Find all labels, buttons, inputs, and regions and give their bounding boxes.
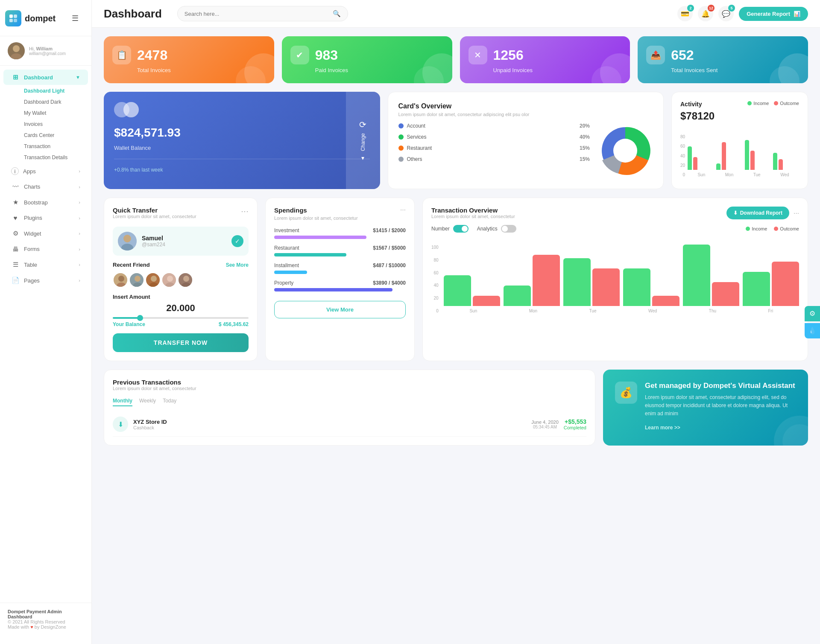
to-menu-icon[interactable]: ⋯ (794, 210, 799, 216)
tab-weekly[interactable]: Weekly (139, 398, 156, 406)
change-button[interactable]: ⟳ Change ▾ (346, 92, 380, 189)
sp-item-investment: Investment $1415 / $2000 (274, 227, 406, 239)
logo-icon (5, 10, 21, 26)
qt-header-left: Quick Transfer Lorem ipsum dolor sit ame… (113, 207, 196, 225)
sidebar-item-charts[interactable]: 〰 Charts › (3, 179, 88, 194)
activity-card: Activity Income Outcome $78120 (671, 92, 808, 189)
tx-name: XYZ Store ID (133, 419, 526, 425)
quick-transfer-card: Quick Transfer Lorem ipsum dolor sit ame… (104, 198, 258, 361)
submenu-item-transaction-details[interactable]: Transaction Details (20, 152, 91, 163)
sidebar-item-apps[interactable]: i Apps › (3, 163, 88, 179)
user-profile: Hi, William william@gmail.com (0, 36, 91, 66)
sidebar-item-plugins[interactable]: ♥ Plugins › (3, 210, 88, 225)
balance-label: Your Balance (113, 321, 145, 327)
total-invoices-icon: 📋 (112, 46, 131, 64)
dashboard-submenu: Dashboard Light Dashboard Dark My Wallet… (0, 85, 91, 163)
outcome-bar-wed (779, 159, 783, 170)
to-outcome-fri (772, 262, 799, 306)
chat-button[interactable]: 💬 5 (718, 6, 734, 21)
chat-badge: 5 (728, 5, 735, 12)
bell-button[interactable]: 🔔 12 (698, 6, 713, 21)
sidebar-item-forms-label: Forms (24, 246, 40, 252)
to-header: Transaction Overview Lorem ipsum dolor s… (431, 207, 799, 223)
sidebar-item-bootstrap[interactable]: ★ Bootstrap › (3, 195, 88, 210)
legend-dot-services (398, 134, 404, 140)
outcome-bar-sun (693, 157, 697, 170)
user-email: william@gmail.com (29, 51, 66, 56)
va-learn-more-link[interactable]: Learn more >> (645, 425, 680, 431)
wallet-button[interactable]: 💳 2 (677, 6, 693, 21)
transfer-now-button[interactable]: TRANSFER NOW (113, 333, 249, 352)
water-drop-button[interactable]: 💧 (805, 323, 820, 338)
download-icon: ⬇ (733, 210, 738, 216)
avatar (8, 42, 25, 59)
sidebar-item-pages[interactable]: 📄 Pages › (3, 273, 88, 288)
hamburger-icon[interactable]: ☰ (64, 6, 86, 31)
sp-item-installment-name: Installment (274, 262, 299, 268)
transaction-overview-card: Transaction Overview Lorem ipsum dolor s… (422, 198, 808, 361)
friend-avatar-1[interactable] (113, 272, 128, 288)
outcome-bar-mon (722, 142, 726, 170)
tab-today[interactable]: Today (163, 398, 176, 406)
legend-dot-account (398, 123, 404, 128)
sidebar-item-forms[interactable]: 🖶 Forms › (3, 242, 88, 256)
label-mon: Mon (725, 172, 733, 177)
settings-button[interactable]: ⚙ (805, 306, 820, 321)
qt-person-handle: @sam224 (142, 242, 165, 248)
va-icon: 💰 (615, 382, 637, 404)
sp-item-restaurant: Restaurant $1567 / $5000 (274, 245, 406, 256)
sidebar-item-table[interactable]: ☰ Table › (3, 257, 88, 272)
chart-x-labels: Sun Mon Tue Wed (688, 172, 799, 177)
qt-menu-icon[interactable]: ⋯ (241, 207, 249, 216)
sp-item-property-amount: $3890 / $4000 (373, 280, 406, 286)
download-report-button[interactable]: ⬇ Download Report (726, 207, 789, 219)
analytics-label: Analytics (477, 226, 498, 232)
generate-report-button[interactable]: Generate Report 📊 (739, 7, 808, 21)
search-input[interactable] (184, 11, 329, 17)
svg-point-10 (123, 235, 131, 242)
see-more-link[interactable]: See More (226, 262, 249, 268)
search-bar[interactable]: 🔍 (177, 6, 348, 21)
submenu-item-invoices[interactable]: Invoices (20, 119, 91, 130)
sidebar-item-dashboard[interactable]: ⊞ Dashboard ▼ (3, 70, 88, 85)
sp-item-installment-header: Installment $487 / $10000 (274, 262, 406, 268)
right-sidebar: ⚙ 💧 (805, 306, 820, 338)
lower-row: Previous Transactions Lorem ipsum dolor … (104, 370, 808, 446)
wallet-label: Wallet Balance (114, 145, 370, 151)
amount-slider[interactable] (113, 317, 249, 319)
sidebar-item-widget[interactable]: ⚙ Widget › (3, 226, 88, 241)
sp-bar-investment (274, 236, 366, 239)
analytics-toggle[interactable] (501, 225, 516, 233)
to-y-axis: 100806040200 (431, 245, 439, 313)
legend-pct-account: 20% (580, 123, 590, 129)
friend-avatar-3[interactable] (145, 272, 161, 288)
tab-monthly[interactable]: Monthly (113, 398, 132, 406)
outcome-dot (774, 101, 778, 105)
sp-item-restaurant-header: Restaurant $1567 / $5000 (274, 245, 406, 251)
income-legend: Income (747, 101, 769, 106)
legend-dot-others (398, 157, 404, 162)
svg-point-8 (613, 139, 637, 163)
number-toggle[interactable] (453, 225, 469, 233)
friend-avatar-4[interactable] (161, 272, 177, 288)
view-more-button[interactable]: View More (274, 301, 406, 318)
submenu-item-my-wallet[interactable]: My Wallet (20, 108, 91, 119)
activity-title: Activity (680, 101, 702, 108)
wallet-badge: 2 (687, 5, 694, 12)
submenu-item-transaction[interactable]: Transaction (20, 141, 91, 152)
submenu-item-dashboard-dark[interactable]: Dashboard Dark (20, 96, 91, 108)
submenu-item-dashboard-light[interactable]: Dashboard Light (20, 85, 91, 96)
friend-avatar-5[interactable] (178, 272, 193, 288)
wallet-divider (114, 159, 370, 159)
submenu-item-cards-center[interactable]: Cards Center (20, 130, 91, 141)
card-overview-title: Card's Overview (398, 102, 653, 110)
tx-info: XYZ Store ID Cashback (133, 419, 526, 430)
activity-bars-area: Sun Mon Tue Wed (688, 127, 799, 177)
income-label: Income (753, 101, 769, 106)
to-bars-area: Sun Mon Tue Wed Thu Fri (444, 238, 799, 313)
friend-avatar-2[interactable] (129, 272, 144, 288)
sidebar-menu: ⊞ Dashboard ▼ Dashboard Light Dashboard … (0, 66, 91, 603)
to-header-right: ⬇ Download Report ⋯ (726, 207, 799, 219)
slider-thumb (137, 315, 143, 321)
sp-menu-icon[interactable]: ⋯ (400, 207, 406, 214)
